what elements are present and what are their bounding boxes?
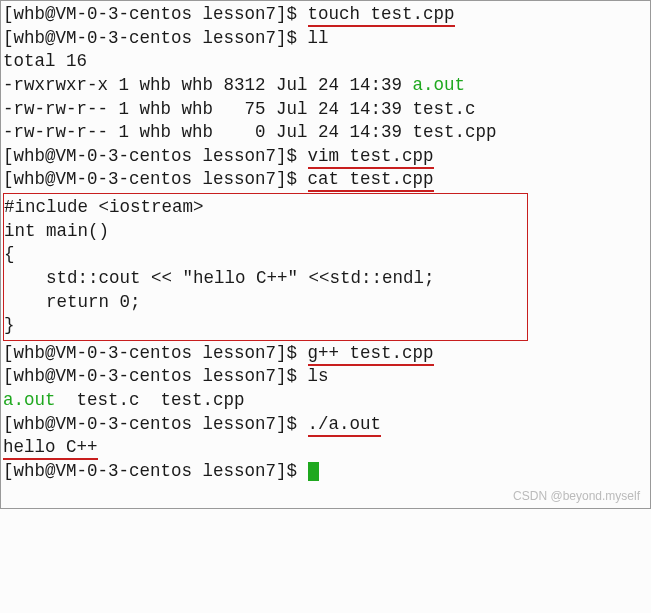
ls-output: a.out test.c test.cpp (3, 389, 648, 413)
ll-row-3: -rw-rw-r-- 1 whb whb 0 Jul 24 14:39 test… (3, 121, 648, 145)
prompt-line-vim: [whb@VM-0-3-centos lesson7]$ vim test.cp… (3, 145, 648, 169)
prompt-line-idle: [whb@VM-0-3-centos lesson7]$ (3, 460, 648, 484)
prompt-line-touch: [whb@VM-0-3-centos lesson7]$ touch test.… (3, 3, 648, 27)
code-line: } (4, 314, 523, 338)
file-aout: a.out (413, 75, 466, 95)
ll-row-1: -rwxrwxr-x 1 whb whb 8312 Jul 24 14:39 a… (3, 74, 648, 98)
prompt: [whb@VM-0-3-centos lesson7]$ (3, 461, 308, 481)
prompt: [whb@VM-0-3-centos lesson7]$ (3, 28, 308, 48)
code-line: { (4, 243, 523, 267)
code-line: int main() (4, 220, 523, 244)
code-line: return 0; (4, 291, 523, 315)
program-output: hello C++ (3, 436, 648, 460)
source-code-box: #include <iostream> int main() { std::co… (3, 193, 528, 341)
prompt-line-run: [whb@VM-0-3-centos lesson7]$ ./a.out (3, 413, 648, 437)
prompt: [whb@VM-0-3-centos lesson7]$ (3, 414, 308, 434)
ll-total: total 16 (3, 50, 648, 74)
cmd-gpp: g++ test.cpp (308, 343, 434, 366)
code-line: #include <iostream> (4, 196, 523, 220)
ll-row-2: -rw-rw-r-- 1 whb whb 75 Jul 24 14:39 tes… (3, 98, 648, 122)
prompt: [whb@VM-0-3-centos lesson7]$ (3, 169, 308, 189)
prompt-line-gpp: [whb@VM-0-3-centos lesson7]$ g++ test.cp… (3, 342, 648, 366)
prompt: [whb@VM-0-3-centos lesson7]$ (3, 343, 308, 363)
cmd-ls: ls (308, 366, 329, 386)
cmd-touch: touch test.cpp (308, 4, 455, 27)
prompt: [whb@VM-0-3-centos lesson7]$ (3, 366, 308, 386)
prompt-line-cat: [whb@VM-0-3-centos lesson7]$ cat test.cp… (3, 168, 648, 192)
cursor-icon (308, 462, 319, 481)
prompt: [whb@VM-0-3-centos lesson7]$ (3, 4, 308, 24)
prompt-line-ll: [whb@VM-0-3-centos lesson7]$ ll (3, 27, 648, 51)
code-line: std::cout << "hello C++" <<std::endl; (4, 267, 523, 291)
prompt-line-ls: [whb@VM-0-3-centos lesson7]$ ls (3, 365, 648, 389)
file-aout: a.out (3, 390, 56, 410)
prompt: [whb@VM-0-3-centos lesson7]$ (3, 146, 308, 166)
watermark: CSDN @beyond.myself (3, 484, 648, 506)
cmd-vim: vim test.cpp (308, 146, 434, 169)
cmd-run: ./a.out (308, 414, 382, 437)
cmd-ll: ll (308, 28, 329, 48)
cmd-cat: cat test.cpp (308, 169, 434, 192)
